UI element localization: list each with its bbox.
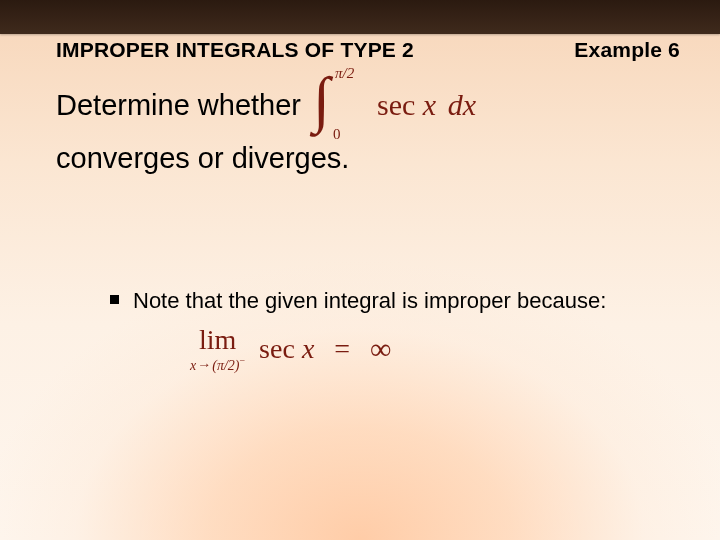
variable-x: x [423, 88, 436, 121]
integral-sign-icon: ∫ [313, 68, 330, 130]
sec-function-2: sec [259, 333, 295, 364]
equals-sign: = [328, 330, 356, 368]
lim-word: lim [199, 326, 236, 354]
header-example: Example 6 [574, 38, 680, 62]
note-block: Note that the given integral is improper… [110, 286, 660, 372]
title-bar [0, 0, 720, 34]
minus-superscript: − [239, 355, 245, 366]
pi-symbol: π [335, 65, 343, 81]
prompt-line-2: converges or diverges. [56, 136, 680, 181]
sec-x: sec x [259, 330, 314, 368]
integral-lower-limit: 0 [333, 127, 341, 142]
note-text: Note that the given integral is improper… [133, 286, 606, 316]
dx: dx [448, 88, 476, 121]
slide-header: IMPROPER INTEGRALS OF TYPE 2 Example 6 [56, 38, 690, 62]
bullet-icon [110, 295, 119, 304]
bullet-row: Note that the given integral is improper… [110, 286, 660, 316]
integral-expression: ∫ π/2 0 sec x dx [315, 78, 476, 132]
header-title: IMPROPER INTEGRALS OF TYPE 2 [56, 38, 414, 61]
lim-subscript: x→(π/2)− [190, 356, 245, 373]
variable-x-2: x [302, 333, 314, 364]
integral-upper-limit: π/2 [335, 66, 354, 81]
lim-stack: lim x→(π/2)− [190, 326, 245, 373]
main-content: Determine whether ∫ π/2 0 sec x dx conve… [56, 78, 680, 181]
integral-sign-block: ∫ π/2 0 [315, 78, 345, 132]
sec-function: sec [377, 88, 415, 121]
limit-expression: lim x→(π/2)− sec x = ∞ [190, 326, 660, 373]
infinity-symbol: ∞ [370, 329, 391, 370]
prompt-line-1: Determine whether ∫ π/2 0 sec x dx [56, 78, 680, 132]
over-two: /2 [343, 65, 355, 81]
prompt-pre-text: Determine whether [56, 83, 301, 128]
arrow-icon: → [196, 357, 212, 372]
integrand: sec x dx [373, 90, 476, 120]
lim-sub-pi: π [217, 357, 224, 372]
lim-sub-over-two: /2 [224, 357, 235, 372]
